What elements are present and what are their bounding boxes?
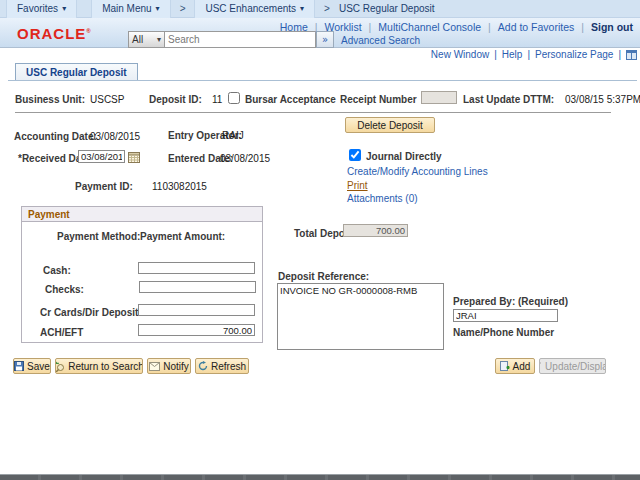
add-label: Add: [513, 361, 531, 372]
accounting-date-label: Accounting Date:: [14, 131, 97, 142]
prepared-by-label: Prepared By: (Required): [453, 296, 568, 307]
payment-id-value: 1103082015: [152, 181, 207, 192]
cr-cards-amount-input[interactable]: [138, 304, 255, 316]
return-to-search-button[interactable]: Return to Search: [55, 358, 143, 374]
chevron-down-icon: ▾: [157, 35, 161, 44]
notify-envelope-icon: [149, 362, 160, 371]
registered-mark: ®: [86, 28, 91, 34]
search-scope-value: All: [132, 34, 143, 45]
last-update-value: 03/08/15 5:37PM: [565, 94, 640, 105]
business-unit-label: Business Unit:: [15, 94, 85, 105]
checks-label: Checks:: [45, 284, 84, 295]
link-separator: |: [488, 21, 491, 33]
bursar-acceptance-checkbox[interactable]: [228, 92, 240, 104]
accounting-date-value: 03/08/2015: [90, 131, 140, 142]
journal-directly-checkbox[interactable]: [349, 149, 361, 161]
divider: [15, 112, 611, 113]
tab-label: USC Regular Deposit: [26, 67, 127, 78]
refresh-label: Refresh: [211, 361, 246, 372]
total-deposit-field: [343, 224, 408, 237]
help-link[interactable]: Help: [502, 49, 523, 60]
link-add-to-favorites[interactable]: Add to Favorites: [498, 21, 574, 33]
payment-group-title: Payment: [28, 209, 70, 220]
link-separator: |: [527, 49, 530, 60]
delete-deposit-button[interactable]: Delete Deposit: [345, 117, 435, 133]
cr-cards-label: Cr Cards/Dir Deposit:: [40, 307, 142, 318]
deposit-reference-label: Deposit Reference:: [278, 271, 369, 282]
print-link[interactable]: Print: [347, 180, 368, 191]
oracle-logo: ORACLE®: [17, 25, 92, 42]
chevron-down-icon: ▾: [156, 4, 160, 13]
menu-favorites-label: Favorites: [17, 3, 58, 14]
menu-main-menu[interactable]: Main Menu ▾: [91, 0, 170, 18]
deposit-id-label: Deposit ID:: [149, 94, 202, 105]
create-modify-accounting-lines-link[interactable]: Create/Modify Accounting Lines: [347, 166, 488, 177]
sign-out-link[interactable]: Sign out: [591, 21, 633, 33]
entry-operator-value: RAIJ: [222, 130, 244, 141]
link-separator: |: [618, 49, 621, 60]
payment-group-header: Payment: [21, 206, 263, 222]
tab-divider: [8, 80, 637, 81]
cash-label: Cash:: [43, 265, 71, 276]
advanced-search-link[interactable]: Advanced Search: [341, 35, 420, 46]
receipt-number-label: Receipt Number: [340, 94, 417, 105]
save-button[interactable]: Save: [13, 358, 51, 374]
checks-amount-input[interactable]: [139, 281, 256, 293]
notify-button[interactable]: Notify: [147, 358, 191, 374]
prepared-by-input[interactable]: [453, 309, 558, 322]
link-worklist[interactable]: Worklist: [324, 21, 361, 33]
update-display-label: Update/Display: [545, 361, 606, 372]
notify-label: Notify: [163, 361, 189, 372]
link-multichannel-console[interactable]: MultiChannel Console: [378, 21, 481, 33]
receipt-number-field: [421, 91, 457, 104]
link-home[interactable]: Home: [280, 21, 308, 33]
breadcrumb-separator: >: [324, 3, 330, 14]
oracle-logo-text: ORACLE: [17, 25, 86, 42]
ach-eft-amount-input[interactable]: [138, 324, 255, 336]
refresh-button[interactable]: Refresh: [195, 358, 249, 374]
received-date-input[interactable]: [78, 150, 125, 163]
cash-amount-input[interactable]: [138, 262, 255, 274]
update-display-icon: [539, 361, 542, 371]
breadcrumb-separator: >: [180, 3, 186, 14]
menu-favorites[interactable]: Favorites ▾: [6, 0, 77, 18]
menu-main-menu-label: Main Menu: [102, 3, 151, 14]
window-edge: [0, 474, 640, 480]
search-input[interactable]: [165, 31, 316, 48]
return-to-search-label: Return to Search: [68, 361, 143, 372]
entered-date-value: 03/08/2015: [220, 153, 270, 164]
save-icon: [14, 361, 24, 371]
header-links: Home|Worklist|MultiChannel Console|Add t…: [280, 21, 633, 33]
ach-eft-label: ACH/EFT: [40, 327, 83, 338]
deposit-reference-textarea[interactable]: INVOICE NO GR-0000008-RMB: [277, 283, 444, 350]
payment-id-label: Payment ID:: [75, 181, 133, 192]
bursar-acceptance-label: Bursar Acceptance: [245, 94, 336, 105]
business-unit-value: USCSP: [90, 94, 124, 105]
chevron-down-icon: ▾: [62, 4, 66, 13]
tab-usc-regular-deposit[interactable]: USC Regular Deposit: [15, 63, 138, 81]
payment-method-label: Payment Method:: [57, 231, 140, 242]
add-button[interactable]: Add: [495, 358, 535, 374]
breadcrumb-usc-enhancements-label: USC Enhancements: [205, 3, 296, 14]
calendar-icon[interactable]: [128, 151, 140, 163]
new-window-link[interactable]: New Window: [431, 49, 489, 60]
personalize-page-link[interactable]: Personalize Page: [535, 49, 613, 60]
page-utility-links: New Window|Help|Personalize Page|: [431, 49, 637, 60]
payment-amount-label: Payment Amount:: [140, 231, 225, 242]
search-go-button[interactable]: »: [316, 31, 334, 48]
chevron-down-icon: ▾: [300, 4, 304, 13]
name-phone-label: Name/Phone Number: [453, 327, 554, 338]
link-separator: |: [315, 21, 318, 33]
link-separator: |: [581, 21, 584, 33]
last-update-label: Last Update DTTM:: [463, 94, 554, 105]
search-scope-select[interactable]: All ▾: [128, 31, 165, 48]
link-separator: |: [369, 21, 372, 33]
breadcrumb-usc-enhancements[interactable]: USC Enhancements ▾: [194, 0, 315, 18]
breadcrumb: Favorites ▾ Main Menu ▾ > USC Enhancemen…: [0, 0, 640, 18]
page-layout-icon[interactable]: [626, 50, 637, 60]
update-display-button: Update/Display: [539, 358, 606, 374]
journal-directly-label: Journal Directly: [366, 151, 442, 162]
attachments-link[interactable]: Attachments (0): [347, 193, 418, 204]
refresh-icon: [198, 361, 208, 371]
save-label: Save: [27, 361, 50, 372]
